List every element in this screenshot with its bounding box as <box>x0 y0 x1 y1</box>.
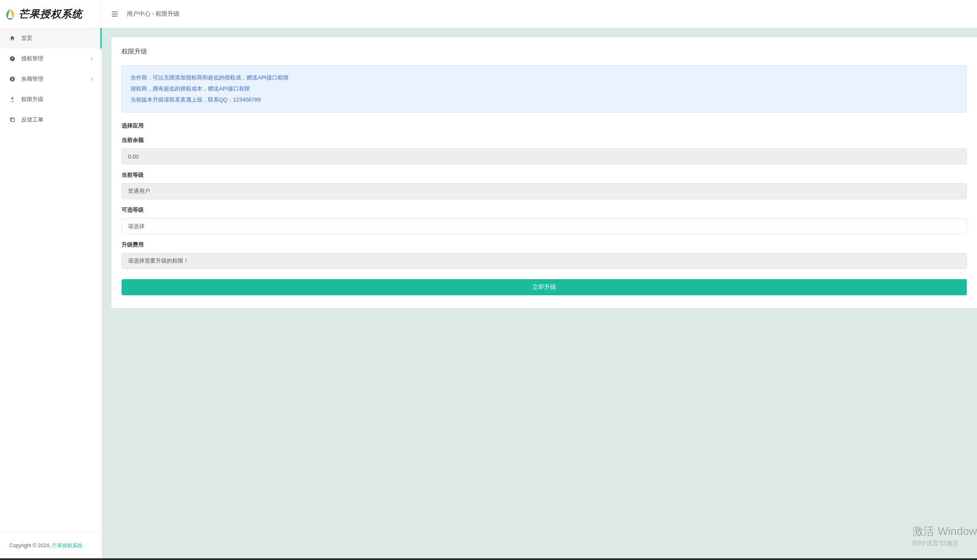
watermark-title: 激活 Window <box>912 524 977 539</box>
copyright-prefix: Copyright © 2024, <box>9 543 52 549</box>
sidebar-item-balance-manage[interactable]: S 余额管理 <box>0 69 102 89</box>
sidebar-footer: Copyright © 2024, 芒果授权系统 <box>0 532 102 560</box>
sidebar-item-label: 反馈工单 <box>21 116 43 124</box>
alert-line: 合作商，可以无限添加授权商和超低的授权成，赠送API接口权限 <box>131 72 958 83</box>
sidebar-item-label: 首页 <box>21 34 32 42</box>
sidebar-item-ticket[interactable]: 反馈工单 <box>0 110 102 130</box>
form-group-available-level: 可选等级 请选择 <box>122 206 967 234</box>
label-price: 升级费用 <box>122 241 967 249</box>
coin-icon: S <box>9 76 15 82</box>
watermark-sub: 转到"设置"以激活 <box>912 540 977 547</box>
header: 用户中心 - 权限升级 <box>102 0 977 28</box>
home-icon <box>9 35 15 41</box>
main-content: 权限升级 合作商，可以无限添加授权商和超低的授权成，赠送API接口权限 授权商，… <box>102 0 977 308</box>
price-field <box>122 253 967 269</box>
balance-field <box>122 148 967 164</box>
sidebar-item-upgrade[interactable]: 权限升级 <box>0 89 102 110</box>
current-level-field <box>122 183 967 199</box>
form-group-current-level: 当前等级 <box>122 171 967 199</box>
svg-rect-4 <box>11 119 14 122</box>
ticket-icon <box>9 117 15 123</box>
brand-logo-icon <box>3 8 16 20</box>
sidebar-item-label: 权限升级 <box>21 96 43 103</box>
brand-name: 芒果授权系统 <box>19 7 82 21</box>
sidebar-item-label: 余额管理 <box>21 75 43 83</box>
windows-activation-watermark: 激活 Window 转到"设置"以激活 <box>912 524 977 547</box>
label-current-level: 当前等级 <box>122 171 967 179</box>
label-select-app: 选择应用 <box>122 122 967 130</box>
available-level-select[interactable]: 请选择 <box>122 218 967 234</box>
upgrade-card: 权限升级 合作商，可以无限添加授权商和超低的授权成，赠送API接口权限 授权商，… <box>111 37 977 308</box>
chevron-right-icon <box>89 77 93 81</box>
form-group-price: 升级费用 <box>122 241 967 269</box>
bottom-bar <box>0 558 977 560</box>
breadcrumb: 用户中心 - 权限升级 <box>127 10 179 18</box>
chevron-right-icon <box>89 57 93 60</box>
sidebar-item-label: 授权管理 <box>21 55 43 62</box>
label-balance: 当前余额 <box>122 136 967 144</box>
sidebar: 芒果授权系统 首页 授权管理 S 余额管理 权限升级 反馈工单 Copyrigh… <box>0 0 102 560</box>
info-alert: 合作商，可以无限添加授权商和超低的授权成，赠送API接口权限 授权商，拥有超低的… <box>122 65 967 113</box>
check-circle-icon <box>9 56 15 62</box>
sidebar-nav: 首页 授权管理 S 余额管理 权限升级 反馈工单 <box>0 28 102 532</box>
upgrade-icon <box>9 96 15 102</box>
card-title: 权限升级 <box>122 48 967 56</box>
submit-button[interactable]: 立即升级 <box>122 279 967 295</box>
sidebar-item-auth-manage[interactable]: 授权管理 <box>0 48 102 69</box>
sidebar-item-home[interactable]: 首页 <box>0 28 102 48</box>
alert-line: 当前版本升级请联系直属上级，联系QQ：123456789 <box>131 94 958 105</box>
form-group-balance: 当前余额 <box>122 136 967 164</box>
copyright-link[interactable]: 芒果授权系统 <box>52 543 82 549</box>
form-group-select-app: 选择应用 <box>122 122 967 130</box>
menu-toggle-icon[interactable] <box>111 10 119 18</box>
logo-area: 芒果授权系统 <box>0 0 102 28</box>
label-available-level: 可选等级 <box>122 206 967 214</box>
svg-text:S: S <box>11 77 14 81</box>
alert-line: 授权商，拥有超低的授权成本，赠送API接口权限 <box>131 83 958 94</box>
